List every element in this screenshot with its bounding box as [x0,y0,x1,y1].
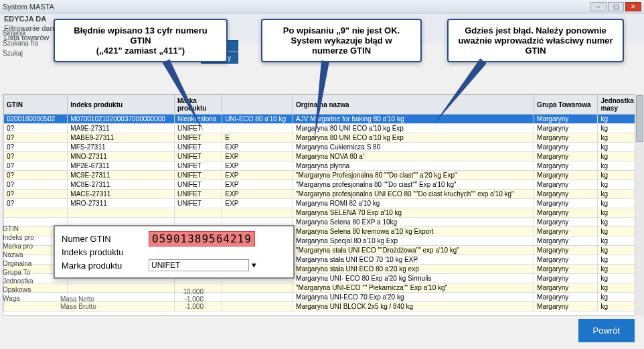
powrot-button[interactable]: Powrót [578,319,635,342]
col-idx[interactable]: Indeks produktu [68,95,175,115]
window-title: System MASTA [3,3,54,11]
sidebar-szukaj: Szukaj [3,48,54,58]
table-row[interactable]: 0?MACE-27311UNIFETEXP"Margaryna profesjo… [4,190,641,199]
table-row[interactable]: 0?MC8E-27311UNIFETEXP"Margaryna profesjo… [4,180,641,190]
col-jdn[interactable]: Jednostka masy [598,95,641,115]
table-row[interactable]: 0?MNO-27311UNIFETEXPMargaryna NOVA 80 a'… [4,152,641,161]
edit-popup: Numer GTIN 05901389564219 Indeks produkt… [54,225,295,279]
detail-gtin: GTIN [3,224,52,233]
popup-idx-label: Indeks produktu [62,247,149,257]
table-row[interactable]: 0200180000502M070010210200037000000000Ni… [4,115,641,124]
col-gtin[interactable]: GTIN [4,95,68,115]
detail-waga: Waga [3,294,52,303]
detail-opak: Opakowa [3,285,52,294]
table-row[interactable]: 0?MABE9-27311UNIFETEMargaryna 80 UNI ECO… [4,133,641,143]
popup-gtin-value[interactable]: 05901389564219 [149,231,255,247]
detail-grupa: Grupa To [3,268,52,277]
vertical-scrollbar[interactable] [635,94,644,316]
masa-netto-val: -1,000 [147,295,208,303]
minimize-button[interactable]: – [590,2,607,11]
detail-idx: Indeks pro [3,233,52,242]
table-row[interactable]: Margaryna SELENA 70 Exp a'10 kgMargaryny… [4,208,641,218]
table-row[interactable]: 0?MA9E-27311UNIFETMargaryna 80 UNI ECO a… [4,124,641,133]
dodaj-nowy-button[interactable]: aj nowy [201,52,238,64]
maximize-button[interactable]: ▢ [608,2,624,11]
sidebar-szukana: Szukana fra [3,38,54,48]
sidebar-slownik: Słownik [3,28,54,38]
popup-gtin-label: Numer GTIN [62,234,149,244]
col-name[interactable]: Orginalna nazwa [293,95,534,115]
table-row[interactable]: 0?MP2E-67311UNIFETEXPMargaryna płynnaMar… [4,161,641,171]
products-table[interactable]: GTIN Indeks produktu Marka produktu Orgi… [3,94,641,311]
popup-marka-combo[interactable] [149,259,249,271]
table-row[interactable]: 0?MFS-27311UNIFETEXPMargaryna Cukiernicz… [4,143,641,152]
masa-brutto-label: Masa Brutto [60,303,147,310]
col-mid[interactable] [222,95,293,115]
detail-marka: Marka pro [3,242,52,251]
table-row[interactable]: 0?MRO-27311UNIFETEXPMargaryna ROMI 82 a'… [4,199,641,208]
close-button[interactable]: ✕ [625,2,641,11]
detail-orig: Orginalna [3,259,52,268]
col-grp[interactable]: Grupa Towarowa [534,95,598,115]
popup-marka-label: Marka produktu [62,261,149,271]
table-row[interactable]: 0?MC9E-27311UNIFETEXP"Margaryna Profesjo… [4,171,641,180]
col-marka[interactable]: Marka produktu [175,95,222,115]
detail-jedn: Jednostka [3,277,52,285]
masa-brutto-val: -1,000 [147,303,208,310]
szukaj-button[interactable]: ukaj [201,40,238,52]
val-1: 10,000 [147,288,208,295]
masa-netto-label: Masa Netto [60,295,147,303]
detail-nazwa: Nazwa [3,251,52,259]
tab-edycja[interactable]: EDYCJA DA [4,15,46,23]
